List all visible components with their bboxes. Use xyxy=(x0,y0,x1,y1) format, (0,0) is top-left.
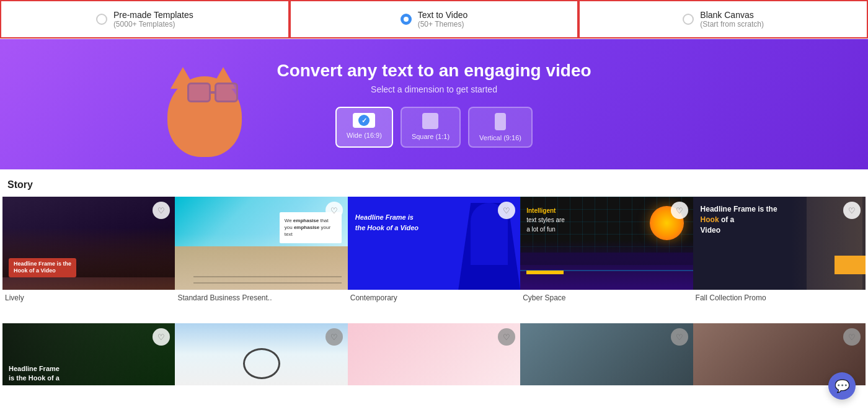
option-text-to-video[interactable]: Text to Video (50+ Themes) xyxy=(290,0,579,38)
option-premade-subtitle: (5000+ Templates) xyxy=(113,20,175,29)
radio-premade xyxy=(96,14,107,25)
option-blank[interactable]: Blank Canvas (Start from scratch) xyxy=(578,0,868,38)
bottom-card-3[interactable]: ♡ xyxy=(348,323,520,385)
radio-text-to-video xyxy=(401,14,412,25)
bottom-card-1-text: Headline Frameis the Hook of a xyxy=(9,364,60,382)
bottom-cards-row: Headline Frameis the Hook of a ♡ ♡ ♡ ♡ ♡ xyxy=(2,323,866,385)
business-label: Standard Business Present.. xyxy=(175,290,347,305)
dim-vertical-label: Vertical (9:16) xyxy=(479,134,521,141)
hero-cat-image xyxy=(155,52,254,169)
cyber-text: Intelligent text styles are a lot of fun xyxy=(526,206,565,234)
dim-wide-button[interactable]: Wide (16:9) xyxy=(335,107,393,148)
bottom-card-1[interactable]: Headline Frameis the Hook of a ♡ xyxy=(2,323,175,385)
dim-square-button[interactable]: Square (1:1) xyxy=(401,107,461,148)
card-cyber[interactable]: Intelligent text styles are a lot of fun… xyxy=(520,197,693,305)
bottom-card-2[interactable]: ♡ xyxy=(175,323,347,385)
wide-icon xyxy=(353,113,375,128)
vertical-icon xyxy=(495,113,506,130)
card-business-thumb: We emphasise that you emphasise your tex… xyxy=(175,197,347,290)
hero-subtitle: Select a dimension to get started xyxy=(277,84,591,94)
bottom-card-2-heart[interactable]: ♡ xyxy=(326,328,343,346)
contemporary-headline: Headline Frame isthe Hook of a Video xyxy=(355,212,418,233)
bottom-card-4-heart[interactable]: ♡ xyxy=(671,328,688,346)
card-contemporary-thumb: Headline Frame isthe Hook of a Video ♡ xyxy=(348,197,520,290)
card-business[interactable]: We emphasise that you emphasise your tex… xyxy=(175,197,347,305)
contemporary-heart-btn[interactable]: ♡ xyxy=(498,202,515,219)
cyber-label: Cyber Space xyxy=(520,290,693,305)
dimension-buttons: Wide (16:9) Square (1:1) Vertical (9:16) xyxy=(277,107,591,148)
option-ttv-subtitle: (50+ Themes) xyxy=(418,20,464,29)
square-icon xyxy=(422,113,438,129)
hero-title: Convert any text to an engaging video xyxy=(277,61,591,81)
card-cyber-thumb: Intelligent text styles are a lot of fun… xyxy=(520,197,693,290)
dim-square-label: Square (1:1) xyxy=(412,133,450,140)
lively-headline-text: Headline Frame is theHook of a Video xyxy=(9,258,76,277)
option-blank-subtitle: (Start from scratch) xyxy=(700,20,764,29)
hero-banner: Convert any text to an engaging video Se… xyxy=(0,39,868,169)
option-premade[interactable]: Pre-made Templates (5000+ Templates) xyxy=(0,0,290,38)
contemporary-label: Contemporary xyxy=(348,290,520,305)
dim-vertical-button[interactable]: Vertical (9:16) xyxy=(468,107,533,148)
hero-content: Convert any text to an engaging video Se… xyxy=(277,61,591,148)
card-contemporary[interactable]: Headline Frame isthe Hook of a Video ♡ C… xyxy=(348,197,520,305)
fall-label: Fall Collection Promo xyxy=(693,290,866,305)
card-lively[interactable]: Headline Frame is theHook of a Video ♡ L… xyxy=(2,197,175,305)
radio-blank xyxy=(683,14,694,25)
cyber-yellow-bar xyxy=(526,271,564,274)
card-fall[interactable]: Headline Frame is the Hook of aVideo ♡ F… xyxy=(693,197,866,305)
bottom-card-3-heart[interactable]: ♡ xyxy=(498,328,515,346)
card-fall-thumb: Headline Frame is the Hook of aVideo ♡ xyxy=(693,197,866,290)
option-ttv-title: Text to Video xyxy=(418,10,468,20)
lively-label: Lively xyxy=(2,290,175,305)
fall-headline: Headline Frame is the Hook of aVideo xyxy=(701,204,787,235)
cyber-heart-btn[interactable]: ♡ xyxy=(671,202,688,219)
chat-icon: 💬 xyxy=(835,378,850,385)
fall-heart-btn[interactable]: ♡ xyxy=(843,202,861,219)
option-premade-title: Pre-made Templates xyxy=(113,10,193,20)
story-section-title: Story xyxy=(2,169,866,197)
dim-wide-label: Wide (16:9) xyxy=(347,132,382,139)
options-row: Pre-made Templates (5000+ Templates) Tex… xyxy=(0,0,868,39)
business-heart-btn[interactable]: ♡ xyxy=(326,202,343,219)
bottom-card-4[interactable]: ♡ xyxy=(520,323,693,385)
fall-yellow-square xyxy=(835,256,866,274)
bottom-card-5-heart[interactable]: ♡ xyxy=(843,328,861,346)
option-blank-title: Blank Canvas xyxy=(700,10,753,20)
story-section: Story Headline Frame is theHook of a Vid… xyxy=(0,169,868,385)
story-cards-row: Headline Frame is theHook of a Video ♡ L… xyxy=(2,197,866,305)
card-lively-thumb: Headline Frame is theHook of a Video ♡ xyxy=(2,197,175,290)
